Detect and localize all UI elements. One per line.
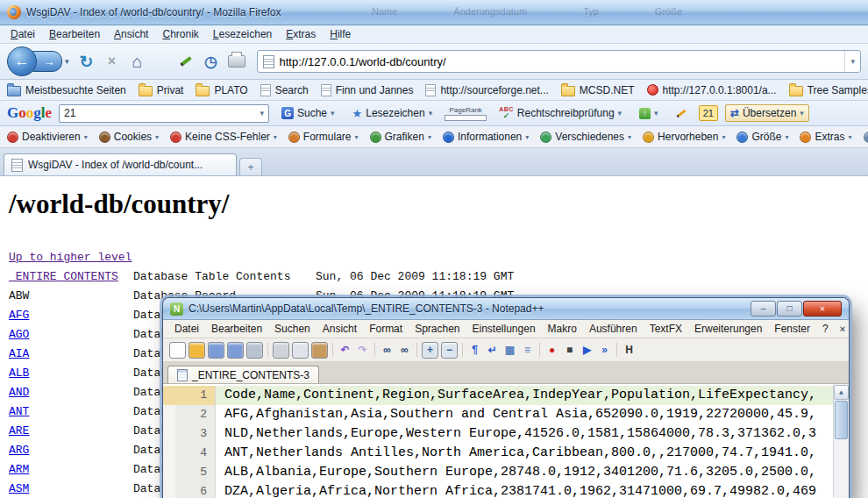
home-button[interactable]: ⌂ <box>127 50 148 73</box>
google-search-box[interactable]: 21 ▾ <box>59 104 269 123</box>
webdev-menu-button[interactable]: Deaktivieren ▾ <box>7 131 88 143</box>
npp-menu-item[interactable]: Ansicht <box>317 322 363 336</box>
entry-link[interactable]: ARE <box>9 422 133 441</box>
stop-button[interactable]: × <box>102 50 123 73</box>
copy-icon[interactable] <box>292 342 309 359</box>
npp-menu-item[interactable]: ? <box>816 322 835 336</box>
back-button[interactable]: ← <box>7 46 37 76</box>
entry-link[interactable]: AGO <box>9 325 133 345</box>
bookmark-item[interactable]: Finn und Jannes <box>321 84 414 96</box>
webdev-menu-button[interactable]: Hervorheben ▾ <box>643 131 725 143</box>
bookmark-item[interactable]: http://127.0.0.1:8001/a... <box>647 84 777 96</box>
paste-icon[interactable] <box>311 342 328 359</box>
zoom-in-icon[interactable]: + <box>422 342 438 359</box>
npp-menu-item[interactable]: Suchen <box>268 322 317 336</box>
entry-link[interactable]: ALB <box>9 364 133 383</box>
bookmark-item[interactable]: Search <box>260 84 309 96</box>
npp-menu-item[interactable]: Format <box>363 322 409 336</box>
spellcheck-button[interactable]: ABC ✓ Rechtschreibprüfung ▾ <box>494 103 627 123</box>
print-button[interactable] <box>226 50 247 73</box>
textfx-icon[interactable]: H <box>622 343 637 358</box>
entry-link[interactable]: AND <box>9 383 133 402</box>
maximize-button[interactable]: □ <box>777 301 802 317</box>
npp-menu-item[interactable]: TextFX <box>644 322 688 336</box>
entry-link[interactable]: ARM <box>9 460 133 480</box>
entry-link[interactable]: AIA <box>9 345 133 364</box>
minimize-button[interactable]: – <box>751 301 776 317</box>
record-macro-icon[interactable]: ● <box>544 343 559 358</box>
entry-link[interactable]: ABW <box>9 287 133 306</box>
word-find-button[interactable]: 21 <box>699 105 718 121</box>
npp-menu-item[interactable]: Fenster <box>768 322 816 336</box>
firefox-titlebar[interactable]: WsgiDAV - Index of /world-db/country/ - … <box>0 0 868 25</box>
run-macro-multi-icon[interactable]: » <box>597 343 612 358</box>
scroll-up-icon[interactable]: ▲ <box>834 385 849 400</box>
google-bookmarks-button[interactable]: ★ Lesezeichen ▾ <box>347 104 438 123</box>
google-search-dropdown-icon[interactable]: ▾ <box>260 109 264 117</box>
save-file-icon[interactable] <box>208 342 224 359</box>
webdev-menu-button[interactable]: Keine CSS-Fehler ▾ <box>170 131 277 143</box>
menu-item[interactable]: Chronik <box>155 26 205 42</box>
menu-item[interactable]: Datei <box>4 26 42 42</box>
webdev-menu-button[interactable]: Extras ▾ <box>800 131 851 143</box>
npp-document-tab[interactable]: _ENTIRE_CONTENTS-3 <box>167 366 319 383</box>
bookmark-item[interactable]: MCSD.NET <box>561 84 635 96</box>
entry-link[interactable]: ANT <box>9 402 133 422</box>
menu-item[interactable]: Lesezeichen <box>206 26 279 42</box>
npp-menu-item[interactable]: Datei <box>168 322 205 336</box>
history-button[interactable]: ◷ <box>201 50 222 73</box>
highlighter-button[interactable] <box>671 110 692 117</box>
webdev-menu-button[interactable]: Größe ▾ <box>736 131 788 143</box>
webdev-menu-button[interactable]: Verschiedenes ▾ <box>540 131 631 143</box>
play-macro-icon[interactable]: ▶ <box>580 343 594 358</box>
npp-vertical-scrollbar[interactable]: ▲ <box>833 384 849 498</box>
menu-item[interactable]: Extras <box>279 26 323 42</box>
cut-icon[interactable] <box>273 342 289 359</box>
recent-pages-dropdown[interactable]: ▾ <box>62 57 72 66</box>
bookmark-item[interactable]: Meistbesuchte Seiten <box>7 84 126 96</box>
webdev-menu-button[interactable]: Grafiken ▾ <box>370 131 431 143</box>
find-icon[interactable]: ∞ <box>380 343 395 358</box>
webdev-menu-button[interactable]: Formulare ▾ <box>288 131 359 143</box>
replace-icon[interactable]: ∞ <box>397 343 412 358</box>
webdev-menu-button[interactable]: Quelltext ▾ <box>864 131 868 143</box>
stop-macro-icon[interactable]: ■ <box>562 343 577 358</box>
reload-button[interactable]: ↻ <box>76 50 97 73</box>
npp-titlebar[interactable]: N C:\Users\Martin\AppData\Local\Temp\_EN… <box>163 298 849 320</box>
new-tab-button[interactable]: + <box>239 158 262 175</box>
tab-wsgidav[interactable]: WsgiDAV - Index of /world-db/count... <box>4 153 237 175</box>
webdev-menu-button[interactable]: Cookies ▾ <box>99 131 159 143</box>
forward-button[interactable]: → <box>32 51 62 72</box>
open-file-icon[interactable] <box>189 342 205 359</box>
scrollbar-thumb[interactable] <box>835 401 848 439</box>
save-all-icon[interactable] <box>227 342 244 359</box>
url-history-dropdown-icon[interactable]: ▾ <box>844 51 855 72</box>
autofill-button[interactable]: ↑ ▾ <box>634 105 664 122</box>
entry-link[interactable]: AFG <box>9 306 133 325</box>
google-search-button[interactable]: G Suche ▾ <box>276 104 340 122</box>
entry-link[interactable]: _ENTIRE_CONTENTS <box>9 267 133 287</box>
indent-guide-icon[interactable]: ▦ <box>502 343 517 358</box>
entry-link[interactable]: ARG <box>9 441 133 460</box>
bookmark-item[interactable]: http://sourceforge.net... <box>425 84 548 96</box>
npp-editor[interactable]: 1 Code,Name,Continent,Region,SurfaceArea… <box>163 384 849 498</box>
up-to-higher-level-link[interactable]: Up to higher level <box>9 248 132 267</box>
bookmark-item[interactable]: Tree Samples <box>789 84 868 96</box>
close-button[interactable]: × <box>803 301 842 317</box>
url-input[interactable]: http://127.0.0.1/world-db/country/ <box>280 55 840 68</box>
show-symbols-icon[interactable]: ¶ <box>467 343 482 358</box>
npp-menu-item[interactable]: Einstellungen <box>466 322 542 336</box>
npp-menu-item[interactable]: Makro <box>542 322 583 336</box>
pagerank-widget[interactable]: PageRank <box>445 106 487 121</box>
translate-button[interactable]: ⇄ Übersetzen ▾ <box>725 104 809 122</box>
redo-icon[interactable]: ↷ <box>355 343 370 358</box>
menu-item[interactable]: Ansicht <box>107 26 155 42</box>
npp-menu-item[interactable]: Erweiterungen <box>688 322 768 336</box>
url-bar[interactable]: http://127.0.0.1/world-db/country/ ▾ <box>257 50 861 73</box>
entry-link[interactable]: ASM <box>9 480 133 498</box>
webdev-menu-button[interactable]: Informationen ▾ <box>443 131 529 143</box>
doc-switcher-icon[interactable]: ≡ <box>520 343 535 358</box>
menu-item[interactable]: Bearbeiten <box>42 26 107 42</box>
word-wrap-icon[interactable]: ↵ <box>485 343 500 358</box>
npp-menu-item[interactable]: Ausführen <box>583 322 644 336</box>
